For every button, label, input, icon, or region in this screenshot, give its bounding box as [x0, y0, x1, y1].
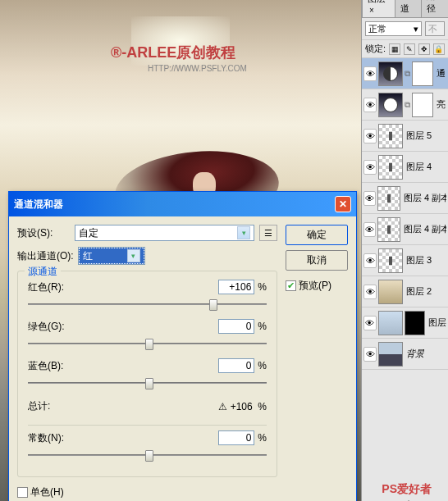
preset-select[interactable]: 自定 ▾: [75, 225, 254, 241]
mono-row: 单色(H): [17, 485, 277, 499]
visibility-icon[interactable]: 👁: [363, 66, 377, 81]
blue-slider-row: 蓝色(B): %: [28, 358, 267, 389]
chevron-down-icon: ▾: [237, 226, 250, 239]
visibility-icon[interactable]: 👁: [363, 191, 376, 206]
output-label: 输出通道(O):: [17, 249, 74, 263]
layer-row[interactable]: 👁图层 2: [362, 276, 448, 307]
lock-position-icon[interactable]: ✥: [418, 43, 430, 55]
layer-mask: [405, 311, 426, 335]
total-value: +106: [231, 401, 253, 412]
site-watermark: PS爱好者: [382, 482, 432, 497]
visibility-icon[interactable]: 👁: [363, 316, 377, 330]
layer-thumbnail: [378, 311, 403, 335]
lock-transparency-icon[interactable]: ▦: [389, 43, 400, 55]
dialog-right: 确定 取消 ✔ 预览(P): [286, 225, 348, 499]
preset-value: 自定: [79, 226, 98, 240]
layer-name: 图层 4: [406, 161, 432, 173]
preset-row: 预设(S): 自定 ▾ ☰: [17, 225, 277, 241]
dialog-title: 通道混和器: [14, 198, 335, 212]
layer-name: 图层 3: [406, 254, 432, 266]
layers-list: 👁⧉通👁⧉亮👁图层 5👁图层 4👁图层 4 副本👁图层 4 副本👁图层 3👁图层…: [362, 58, 448, 370]
dialog-titlebar[interactable]: 通道混和器 ✕: [9, 192, 356, 216]
cancel-button[interactable]: 取消: [286, 250, 348, 271]
ok-button[interactable]: 确定: [286, 225, 348, 245]
blend-mode-select[interactable]: 正常▾: [365, 21, 422, 36]
layer-name: 图层 5: [406, 130, 432, 142]
layer-name: 亮: [437, 98, 446, 111]
tab-paths[interactable]: 路径: [421, 0, 448, 17]
layer-row[interactable]: 👁图层 4: [362, 152, 448, 183]
pct-label: %: [258, 321, 267, 332]
watermark-url: HTTP://WWW.PSFLY.COM: [148, 64, 247, 73]
link-icon: ⧉: [405, 69, 410, 79]
layer-mask: [412, 93, 433, 117]
divider: [28, 425, 267, 426]
layer-row[interactable]: 👁图层 4 副本: [362, 214, 448, 245]
brand-a: PS: [382, 482, 397, 495]
layer-name: 背景: [406, 348, 424, 360]
green-input[interactable]: [218, 319, 254, 334]
layer-row[interactable]: 👁图层 4 副本: [362, 183, 448, 214]
lock-label: 锁定:: [365, 43, 386, 55]
preview-checkbox[interactable]: ✔: [286, 280, 296, 291]
layer-row[interactable]: 👁图层 5: [362, 121, 448, 152]
red-slider[interactable]: [28, 298, 267, 311]
pct-label: %: [258, 432, 267, 444]
visibility-icon[interactable]: 👁: [363, 253, 377, 268]
red-input[interactable]: [218, 280, 254, 294]
dialog-body: 预设(S): 自定 ▾ ☰ 输出通道(O): 红 ▾ 源通道 红色(R): %: [9, 216, 356, 501]
layer-name: 图层 4 副本: [404, 192, 446, 204]
layer-thumbnail: [377, 217, 400, 242]
total-label: 总计:: [28, 399, 50, 413]
output-select[interactable]: 红 ▾: [79, 248, 144, 264]
tab-layers[interactable]: 图层×: [362, 0, 395, 17]
dialog-left: 预设(S): 自定 ▾ ☰ 输出通道(O): 红 ▾ 源通道 红色(R): %: [17, 225, 277, 499]
visibility-icon[interactable]: 👁: [363, 98, 377, 112]
layer-thumbnail: [377, 186, 400, 211]
constant-input[interactable]: [218, 430, 254, 445]
visibility-icon[interactable]: 👁: [363, 160, 377, 175]
constant-slider[interactable]: [28, 449, 267, 462]
blue-slider[interactable]: [28, 376, 267, 389]
layer-mask: [412, 61, 433, 86]
lock-row: 锁定: ▦ ✎ ✥ 🔒: [362, 40, 448, 58]
brand-b: 爱好者: [397, 482, 432, 495]
layer-row[interactable]: 👁背景: [362, 339, 448, 370]
layer-thumbnail: [378, 93, 403, 117]
mono-checkbox[interactable]: [17, 487, 28, 498]
green-slider-row: 绿色(G): %: [28, 319, 267, 350]
lock-pixels-icon[interactable]: ✎: [404, 43, 415, 55]
opacity-select[interactable]: 不: [425, 21, 445, 36]
close-icon[interactable]: ✕: [335, 196, 351, 212]
total-pct: %: [258, 401, 267, 412]
close-icon[interactable]: ×: [369, 6, 374, 15]
mono-label: 单色(H): [30, 485, 64, 499]
layer-thumbnail: [378, 61, 403, 86]
green-slider[interactable]: [28, 337, 267, 350]
tab-channels[interactable]: 通道: [395, 0, 423, 17]
visibility-icon[interactable]: 👁: [363, 129, 377, 143]
source-channels-group: 源通道 红色(R): % 绿色(G): % 蓝色(B): %: [17, 271, 277, 477]
visibility-icon[interactable]: 👁: [363, 285, 377, 299]
layer-row[interactable]: 👁图层 3: [362, 245, 448, 276]
lock-all-icon[interactable]: 🔒: [433, 43, 445, 55]
visibility-icon[interactable]: 👁: [363, 347, 377, 362]
layer-row[interactable]: 👁⧉亮: [362, 89, 448, 121]
channel-mixer-dialog: 通道混和器 ✕ 预设(S): 自定 ▾ ☰ 输出通道(O): 红 ▾ 源通道: [8, 191, 357, 501]
output-value: 红: [83, 249, 93, 263]
visibility-icon[interactable]: 👁: [363, 222, 376, 237]
panel-tabs: 图层× 通道 路径: [362, 0, 448, 18]
layer-row[interactable]: 👁⧉通: [362, 58, 448, 89]
red-slider-row: 红色(R): %: [28, 280, 267, 311]
output-row: 输出通道(O): 红 ▾: [17, 248, 277, 264]
layer-row[interactable]: 👁图层: [362, 307, 448, 339]
watermark-main: ®-ARLEE原创教程: [111, 41, 235, 62]
blue-input[interactable]: [218, 358, 254, 373]
chevron-down-icon: ▾: [414, 24, 418, 34]
blue-label: 蓝色(B):: [28, 359, 63, 373]
layer-name: 图层 4 副本: [404, 223, 446, 235]
layer-name: 通: [437, 67, 446, 80]
preset-label: 预设(S):: [17, 226, 70, 240]
preset-menu-icon[interactable]: ☰: [259, 225, 277, 241]
red-label: 红色(R):: [28, 280, 64, 294]
